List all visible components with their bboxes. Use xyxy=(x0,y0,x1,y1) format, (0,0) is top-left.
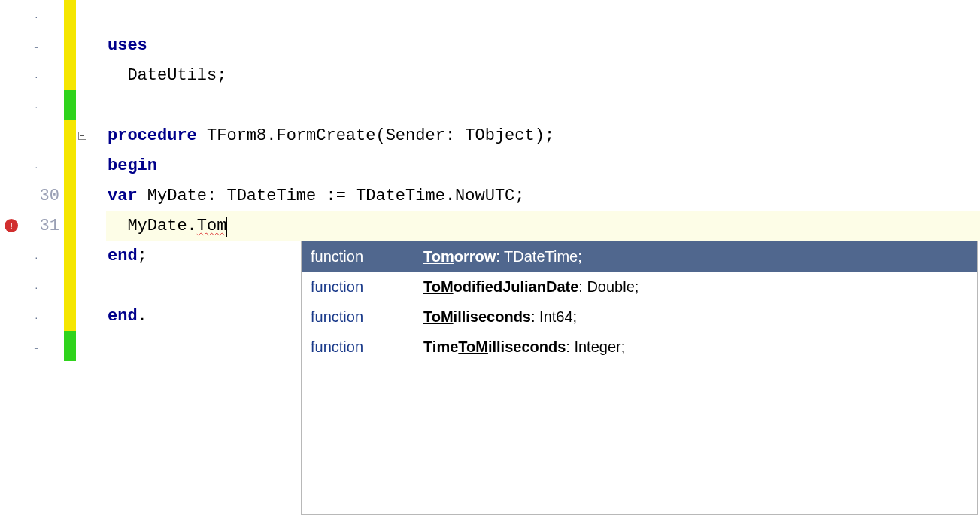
error-icon: ! xyxy=(5,219,18,232)
autocomplete-signature: ToModifiedJulianDate: Double; xyxy=(423,278,968,296)
autocomplete-kind: function xyxy=(311,308,423,326)
code-line[interactable]: · DateUtils; xyxy=(0,60,980,90)
code-line[interactable]: · xyxy=(0,90,980,120)
modification-marker xyxy=(64,331,76,361)
autocomplete-item[interactable]: functionTimeToMilliseconds: Integer; xyxy=(302,332,977,362)
code-content[interactable] xyxy=(106,0,980,30)
modification-marker xyxy=(64,271,76,301)
autocomplete-item[interactable]: functionTomorrow: TDateTime; xyxy=(302,241,977,272)
modification-marker xyxy=(64,60,76,90)
code-content[interactable] xyxy=(106,90,980,120)
autocomplete-signature: TimeToMilliseconds: Integer; xyxy=(423,338,968,356)
modification-marker xyxy=(64,150,76,181)
code-line[interactable]: procedure TForm8.FormCreate(Sender: TObj… xyxy=(0,120,980,150)
autocomplete-kind: function xyxy=(311,278,423,296)
modification-marker xyxy=(64,30,76,60)
fold-toggle-icon[interactable] xyxy=(78,132,86,140)
autocomplete-signature: Tomorrow: TDateTime; xyxy=(423,248,968,266)
code-line[interactable]: !31 MyDate.Tom xyxy=(0,211,980,241)
fold-gutter[interactable] xyxy=(76,132,88,140)
modification-marker xyxy=(64,241,76,271)
gutter-error: ! xyxy=(0,219,23,232)
code-content[interactable]: procedure TForm8.FormCreate(Sender: TObj… xyxy=(106,120,980,150)
autocomplete-kind: function xyxy=(311,248,423,266)
modification-marker xyxy=(64,181,76,211)
autocomplete-signature: ToMilliseconds: Int64; xyxy=(423,308,968,326)
autocomplete-item[interactable]: functionToMilliseconds: Int64; xyxy=(302,302,977,332)
code-content[interactable]: begin xyxy=(106,150,980,181)
modification-marker xyxy=(64,301,76,331)
code-line[interactable]: –uses xyxy=(0,30,980,60)
modification-marker xyxy=(64,120,76,150)
code-line[interactable]: ·begin xyxy=(0,150,980,181)
code-content[interactable]: uses xyxy=(106,30,980,60)
code-content[interactable]: MyDate.Tom xyxy=(106,211,980,241)
code-content[interactable]: var MyDate: TDateTime := TDateTime.NowUT… xyxy=(106,181,980,211)
autocomplete-kind: function xyxy=(311,338,423,356)
autocomplete-item[interactable]: functionToModifiedJulianDate: Double; xyxy=(302,272,977,302)
modification-marker xyxy=(64,90,76,120)
code-line[interactable]: · xyxy=(0,0,980,30)
modification-marker xyxy=(64,0,76,30)
code-line[interactable]: 30 var MyDate: TDateTime := TDateTime.No… xyxy=(0,181,980,211)
autocomplete-popup[interactable]: functionTomorrow: TDateTime;functionToMo… xyxy=(301,241,978,515)
modification-marker xyxy=(64,211,76,241)
code-content[interactable]: DateUtils; xyxy=(106,60,980,90)
line-number: 31 xyxy=(23,217,64,235)
line-number: 30 xyxy=(23,187,64,205)
